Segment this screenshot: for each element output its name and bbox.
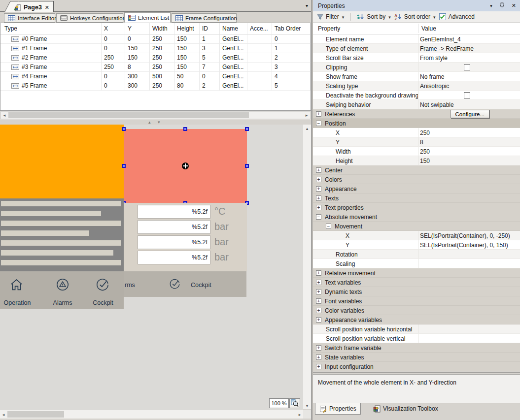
scrollbar-thumb[interactable] (8, 112, 249, 118)
zoom-magnifier-button[interactable] (289, 398, 300, 408)
column-header[interactable]: Name (220, 23, 247, 34)
expand-plus-icon[interactable]: + (316, 167, 321, 173)
expand-plus-icon[interactable]: + (316, 205, 321, 210)
splitter-up-icon[interactable]: ▴ (148, 120, 151, 125)
expand-plus-icon[interactable]: + (316, 345, 321, 351)
expand-plus-icon[interactable]: + (316, 317, 321, 323)
column-header[interactable]: Width (150, 23, 174, 34)
collapse-minus-icon[interactable]: − (316, 214, 321, 220)
expand-plus-icon[interactable]: + (316, 111, 321, 117)
property-value[interactable]: SEL(IsPortrait(Container), 0, 150) (420, 242, 508, 249)
property-row[interactable]: Scaling (313, 259, 520, 268)
column-header[interactable]: Tab Order (272, 23, 311, 34)
expand-plus-icon[interactable]: + (316, 298, 321, 304)
chevron-down-icon[interactable]: ▾ (388, 15, 391, 20)
value-input-field[interactable]: %5.2f (138, 205, 210, 219)
column-header[interactable]: Type (0, 23, 102, 34)
property-value[interactable]: 8 (420, 139, 423, 146)
expand-plus-icon[interactable]: + (316, 195, 321, 201)
configure-button[interactable]: Configure... (451, 110, 489, 118)
element-list-table[interactable]: TypeXYWidthHeightIDNameAcce...Tab Order#… (0, 23, 311, 111)
expand-plus-icon[interactable]: + (316, 177, 321, 182)
panel-menu-icon[interactable]: ▾ (490, 3, 492, 8)
tab-frame-configuration[interactable]: Frame Configuration (172, 13, 237, 23)
expand-plus-icon[interactable]: + (316, 355, 321, 360)
collapse-minus-icon[interactable]: − (326, 224, 331, 229)
chevron-down-icon[interactable]: ▾ (433, 15, 436, 20)
property-value[interactable]: From style (420, 55, 448, 62)
property-category-row[interactable]: −Position (313, 119, 520, 128)
property-row[interactable]: Deactivate the background drawing (313, 91, 520, 100)
filter-button[interactable]: Filter (326, 13, 339, 20)
property-row[interactable]: Show frameNo frame (313, 72, 520, 81)
scroll-left-icon[interactable]: ◂ (0, 410, 7, 419)
property-category-row[interactable]: −Movement (313, 222, 520, 231)
property-row[interactable]: Swiping behaviorNot swipable (313, 100, 520, 109)
table-row[interactable]: #0 Frame002501501GenEl...0 (0, 34, 311, 44)
property-category-row[interactable]: +Font variables (313, 296, 520, 306)
property-row[interactable]: Height150 (313, 156, 520, 165)
table-row[interactable]: #2 Frame2501502501505GenEl...2 (0, 53, 311, 63)
selected-red-frame-element[interactable] (124, 129, 247, 203)
property-row[interactable]: Y8 (313, 137, 520, 147)
expand-plus-icon[interactable]: + (316, 308, 321, 313)
property-category-row[interactable]: +Center (313, 165, 520, 175)
expand-plus-icon[interactable]: + (316, 280, 321, 285)
tab-properties[interactable]: Properties (315, 403, 361, 415)
column-divider[interactable] (418, 24, 418, 33)
advanced-checkbox[interactable] (439, 13, 446, 20)
property-value[interactable]: 250 (420, 129, 430, 136)
property-checkbox[interactable] (464, 92, 470, 98)
value-input-field[interactable]: %5.2f (138, 220, 210, 234)
pane-splitter[interactable]: ▴ ▾ (0, 120, 311, 125)
property-row[interactable]: Type of elementFrame -> RedFrame (313, 44, 520, 53)
selection-handle[interactable] (122, 127, 126, 131)
property-category-row[interactable]: +Switch frame variable (313, 343, 520, 353)
property-row[interactable]: Scroll position variable horizontal (313, 324, 520, 334)
tab-page3[interactable]: Page3 ✕ (11, 1, 54, 12)
property-value[interactable]: Not swipable (420, 101, 454, 108)
property-value[interactable]: Frame -> RedFrame (420, 45, 474, 52)
canvas-vertical-scrollbar[interactable]: ▴ ▾ (303, 125, 311, 409)
expand-plus-icon[interactable]: + (316, 186, 321, 192)
column-header[interactable]: Height (174, 23, 200, 34)
collapse-minus-icon[interactable]: − (316, 121, 321, 126)
property-category-row[interactable]: +Appearance (313, 184, 520, 194)
scroll-left-icon[interactable]: ◂ (1, 112, 8, 119)
canvas-horizontal-scrollbar[interactable]: ◂ ▸ (0, 410, 303, 419)
property-row[interactable]: Scroll position variable vertical (313, 334, 520, 343)
property-category-row[interactable]: +Dynamic texts (313, 287, 520, 296)
property-row[interactable]: Scaling typeAnisotropic (313, 81, 520, 91)
tab-list-dropdown-icon[interactable]: ▾ (306, 3, 308, 8)
close-icon[interactable]: ✕ (512, 2, 516, 9)
visualization-canvas[interactable]: %5.2f°C%5.2fbar%5.2fbar%5.2fbar Operatio… (0, 125, 303, 410)
sort-order-button[interactable]: Sort order (404, 13, 430, 20)
property-row[interactable]: Width250 (313, 147, 520, 156)
table-row[interactable]: #1 Frame01502501503GenEl...1 (0, 44, 311, 53)
property-grid[interactable]: Element nameGenElemInst_4Type of element… (313, 34, 520, 373)
tab-hotkeys-configuration[interactable]: Hotkeys Configuration (56, 13, 123, 23)
scrollbar-thumb[interactable] (7, 411, 64, 418)
expand-plus-icon[interactable]: + (316, 364, 321, 369)
column-header[interactable]: ID (200, 23, 220, 34)
value-input-field[interactable]: %5.2f (138, 251, 210, 264)
property-value[interactable]: No frame (420, 73, 444, 80)
scroll-right-icon[interactable]: ▸ (303, 112, 310, 119)
tab-visualization-toolbox[interactable]: Visualization Toolbox (369, 403, 442, 415)
sort-by-button[interactable]: Sort by (367, 13, 385, 20)
expand-plus-icon[interactable]: + (316, 289, 321, 294)
property-row[interactable]: XSEL(IsPortrait(Container), 0, -250) (313, 231, 520, 240)
tab-element-list[interactable]: Element List (124, 12, 171, 23)
zoom-level-box[interactable]: 100 % (269, 398, 289, 408)
property-value[interactable]: GenElemInst_4 (420, 36, 461, 43)
tab-interface-editor[interactable]: Interface Editor (4, 13, 55, 23)
expand-plus-icon[interactable]: + (316, 270, 321, 276)
scroll-down-icon[interactable]: ▾ (303, 402, 311, 409)
property-row[interactable]: Rotation (313, 250, 520, 259)
splitter-down-icon[interactable]: ▾ (158, 120, 160, 125)
column-header[interactable]: Acce... (247, 23, 272, 34)
property-category-row[interactable]: +Text properties (313, 203, 520, 212)
table-row[interactable]: #4 Frame0300500500GenEl...4 (0, 72, 311, 81)
property-category-row[interactable]: +Relative movement (313, 268, 520, 278)
property-category-row[interactable]: +Color variables (313, 306, 520, 315)
